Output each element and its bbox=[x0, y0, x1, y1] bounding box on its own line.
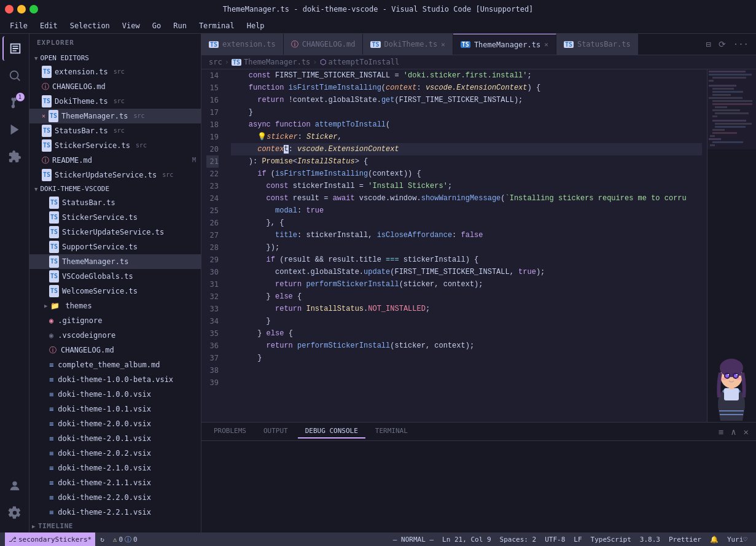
project-thememanager[interactable]: TS ThemeManager.ts bbox=[29, 254, 201, 269]
activity-account[interactable] bbox=[2, 474, 27, 498]
activity-settings[interactable] bbox=[2, 501, 27, 525]
panel-tab-debug-console[interactable]: DEBUG CONSOLE bbox=[298, 424, 365, 439]
tab-close-icon[interactable]: ✕ bbox=[544, 41, 548, 49]
tab-close-icon[interactable]: ✕ bbox=[441, 41, 445, 49]
open-editor-extension-ts[interactable]: TS extension.ts src bbox=[29, 64, 201, 79]
project-supportservice[interactable]: TS SupportService.ts bbox=[29, 240, 201, 254]
panel-content[interactable] bbox=[201, 441, 756, 532]
project-vscodeglobals[interactable]: TS VSCodeGlobals.ts bbox=[29, 269, 201, 284]
panel-clear-icon[interactable]: ≡ bbox=[716, 426, 726, 438]
open-editor-sticker-update[interactable]: TS StickerUpdateService.ts src bbox=[29, 168, 201, 182]
panel-tab-terminal[interactable]: TERMINAL bbox=[368, 424, 415, 439]
tab-extension-ts[interactable]: TS extension.ts bbox=[201, 34, 284, 55]
open-editor-readme[interactable]: ⓘ README.md M bbox=[29, 153, 201, 168]
close-icon[interactable]: ✕ bbox=[42, 110, 45, 122]
open-editor-stickerservice[interactable]: TS StickerService.ts src bbox=[29, 138, 201, 153]
activity-extensions[interactable] bbox=[2, 144, 27, 169]
status-warnings[interactable]: ⚠ 0 ⓘ 0 bbox=[109, 532, 141, 546]
tab-dokitheme[interactable]: TS DokiTheme.ts ✕ bbox=[363, 34, 453, 55]
maximize-button[interactable]: □ bbox=[29, 5, 38, 14]
tab-changelog[interactable]: ⓘ CHANGELOG.md bbox=[284, 34, 364, 55]
menu-view[interactable]: View bbox=[117, 20, 145, 31]
project-statusbar[interactable]: TS StatusBar.ts bbox=[29, 195, 201, 210]
panel-tab-output[interactable]: OUTPUT bbox=[256, 424, 295, 439]
menu-terminal[interactable]: Terminal bbox=[194, 20, 240, 31]
panel-close-icon[interactable]: ✕ bbox=[741, 426, 751, 438]
project-changelog[interactable]: ⓘ CHANGELOG.md bbox=[29, 343, 201, 357]
status-cursor-position[interactable]: Ln 21, Col 9 bbox=[438, 532, 494, 546]
tab-label: CHANGELOG.md bbox=[302, 40, 356, 49]
project-vsix-4[interactable]: ≡ doki-theme-2.0.0.vsix bbox=[29, 416, 201, 431]
status-encoding[interactable]: UTF-8 bbox=[541, 532, 569, 546]
ignore-icon: ◉ bbox=[49, 329, 53, 341]
project-vsix-5[interactable]: ≡ doki-theme-2.0.1.vsix bbox=[29, 431, 201, 446]
svg-rect-30 bbox=[724, 388, 739, 400]
menu-go[interactable]: Go bbox=[147, 20, 166, 31]
project-themes-folder[interactable]: ▶ 📁 themes bbox=[29, 298, 201, 313]
status-language[interactable]: TypeScript bbox=[587, 532, 635, 546]
project-gitignore[interactable]: ◉ .gitignore bbox=[29, 313, 201, 328]
breadcrumb-src[interactable]: src bbox=[209, 58, 222, 66]
open-editors-header[interactable]: ▼ OPEN EDITORS bbox=[29, 52, 201, 64]
project-vsix-10[interactable]: ≡ doki-theme-2.2.1.vsix bbox=[29, 505, 201, 520]
split-editor-icon[interactable]: ⊟ bbox=[703, 37, 713, 52]
overflow-icon[interactable]: ··· bbox=[731, 37, 751, 52]
project-vsix-2[interactable]: ≡ doki-theme-1.0.0.vsix bbox=[29, 387, 201, 402]
code-line-23: if (isFirstTimeInstalling(context)) { bbox=[231, 168, 702, 180]
panel-collapse-icon[interactable]: ∧ bbox=[728, 426, 738, 438]
project-vsix-3[interactable]: ≡ doki-theme-1.0.1.vsix bbox=[29, 402, 201, 416]
status-user[interactable]: Yuri♡ bbox=[723, 532, 751, 546]
window-controls[interactable]: ✕ − □ bbox=[5, 5, 38, 14]
timeline-label: TIMELINE bbox=[38, 522, 73, 530]
activity-run[interactable] bbox=[2, 117, 27, 142]
menu-help[interactable]: Help bbox=[242, 20, 270, 31]
project-stickerupdateservice[interactable]: TS StickerUpdateService.ts bbox=[29, 225, 201, 240]
status-indentation[interactable]: Spaces: 2 bbox=[496, 532, 540, 546]
project-welcomeservice[interactable]: TS WelcomeService.ts bbox=[29, 284, 201, 298]
status-prettier[interactable]: Prettier bbox=[665, 532, 705, 546]
tab-statusbar[interactable]: TS StatusBar.ts bbox=[556, 34, 639, 55]
project-vsix-9[interactable]: ≡ doki-theme-2.2.0.vsix bbox=[29, 490, 201, 505]
status-notification[interactable]: 🔔 bbox=[706, 532, 722, 546]
open-editor-statusbar[interactable]: TS StatusBar.ts src bbox=[29, 123, 201, 138]
project-filename: .gitignore bbox=[58, 314, 102, 327]
project-vsix-7[interactable]: ≡ doki-theme-2.1.0.vsix bbox=[29, 461, 201, 475]
open-editor-changelog[interactable]: ⓘ CHANGELOG.md bbox=[29, 79, 201, 94]
activity-source-control[interactable]: 1 bbox=[2, 90, 27, 115]
code-content[interactable]: const FIRST_TIME_STICKER_INSTALL = 'doki… bbox=[226, 69, 707, 422]
menu-edit[interactable]: Edit bbox=[35, 20, 63, 31]
breadcrumb-file[interactable]: ThemeManager.ts bbox=[244, 58, 310, 66]
close-button[interactable]: ✕ bbox=[5, 5, 14, 14]
project-stickerservice[interactable]: TS StickerService.ts bbox=[29, 210, 201, 225]
menu-file[interactable]: File bbox=[5, 20, 33, 31]
status-vim-mode[interactable]: – NORMAL – bbox=[389, 532, 437, 546]
project-vscodeignore[interactable]: ◉ .vscodeignore bbox=[29, 328, 201, 343]
more-actions-icon[interactable]: ⟳ bbox=[716, 37, 728, 52]
user-label: Yuri♡ bbox=[727, 536, 747, 544]
activity-search[interactable] bbox=[2, 63, 27, 88]
status-line-ending[interactable]: LF bbox=[570, 532, 585, 546]
breadcrumb-func[interactable]: attemptToInstall bbox=[329, 58, 400, 66]
project-vsix-6[interactable]: ≡ doki-theme-2.0.2.vsix bbox=[29, 446, 201, 461]
project-vsix-1[interactable]: ≡ doki-theme-1.0.0-beta.vsix bbox=[29, 372, 201, 387]
code-editor[interactable]: 14 15 16 17 18 19 20 21 22 23 24 25 26 2… bbox=[201, 69, 707, 422]
panel-tab-problems[interactable]: PROBLEMS bbox=[206, 424, 254, 439]
minimize-button[interactable]: − bbox=[17, 5, 26, 14]
project-vsix-8[interactable]: ≡ doki-theme-2.1.1.vsix bbox=[29, 475, 201, 490]
activity-explorer[interactable] bbox=[2, 36, 27, 61]
project-filename: ThemeManager.ts bbox=[62, 255, 128, 268]
status-ts-version[interactable]: 3.8.3 bbox=[636, 532, 664, 546]
open-editor-thememanager[interactable]: ✕ TS ThemeManager.ts src bbox=[29, 109, 201, 123]
tab-thememanager[interactable]: TS ThemeManager.ts ✕ bbox=[453, 34, 556, 55]
menu-run[interactable]: Run bbox=[168, 20, 192, 31]
status-branch[interactable]: ⎇ secondaryStickers* bbox=[5, 532, 95, 546]
open-editor-dokitheme[interactable]: TS DokiTheme.ts src bbox=[29, 94, 201, 109]
menu-selection[interactable]: Selection bbox=[65, 20, 115, 31]
project-theme-album[interactable]: ≡ complete_theme_album.md bbox=[29, 357, 201, 372]
timeline-section[interactable]: ▶ TIMELINE bbox=[29, 520, 201, 532]
project-filename: StickerService.ts bbox=[62, 211, 138, 224]
panel-tabs: PROBLEMS OUTPUT DEBUG CONSOLE TERMINAL ≡… bbox=[201, 423, 756, 441]
activity-bar: 1 bbox=[0, 34, 29, 532]
status-sync[interactable]: ↻ bbox=[96, 532, 108, 546]
project-header[interactable]: ▼ DOKI-THEME-VSCODE bbox=[29, 182, 201, 195]
